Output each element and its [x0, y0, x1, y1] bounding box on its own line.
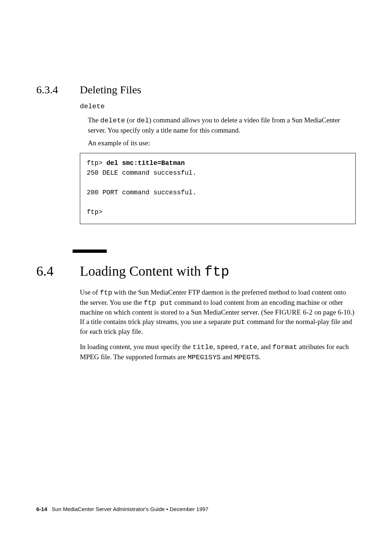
text: In loading content, you must specify the: [80, 343, 192, 351]
section-6-4-body: Use of ftp with the Sun MediaCenter FTP …: [80, 288, 356, 362]
page-number: 6-14: [36, 506, 47, 512]
code-inline: rate: [241, 343, 257, 351]
footer-text: Sun MediaCenter Server Administrator's G…: [52, 506, 209, 512]
prompt: ftp>: [87, 159, 106, 167]
output-line: 200 PORT command successful.: [87, 189, 196, 196]
text: The: [88, 116, 100, 124]
section-number: 6.3.4: [36, 84, 80, 96]
example-intro: An example of its use:: [88, 138, 356, 148]
section-number: 6.4: [36, 263, 80, 279]
section-6-4-heading: 6.4 Loading Content with ftp: [36, 263, 352, 280]
figure-ref: FIGURE 6-2: [275, 308, 313, 316]
code-inline: ftp: [100, 289, 112, 297]
section-6-3-4-body: delete The delete (or del) command allow…: [80, 102, 356, 224]
section-title: Deleting Files: [80, 84, 141, 96]
text: .: [259, 353, 261, 361]
code-inline: title: [192, 343, 213, 351]
title-code: ftp: [204, 264, 229, 280]
text: , and: [257, 343, 273, 351]
code-inline: format: [273, 343, 297, 351]
code-inline: ftp put: [144, 299, 173, 307]
code-inline: put: [233, 318, 245, 326]
command: del smc:title=Batman: [106, 159, 185, 167]
delete-description: The delete (or del) command allows you t…: [88, 116, 356, 135]
code-inline: delete: [100, 117, 125, 125]
prompt: ftp>: [87, 208, 102, 216]
code-inline: del: [136, 117, 149, 125]
code-inline: speed: [217, 343, 237, 351]
output-line: 250 DELE command successful.: [87, 169, 196, 177]
loading-para-1: Use of ftp with the Sun MediaCenter FTP …: [80, 288, 356, 336]
code-inline: MPEG1SYS: [188, 353, 221, 361]
text: Use of: [80, 288, 100, 296]
text: ,: [213, 343, 217, 351]
code-example: ftp> del smc:title=Batman 250 DELE comma…: [80, 153, 356, 224]
text: and: [221, 353, 234, 361]
delete-keyword: delete: [80, 102, 356, 110]
text: ,: [237, 343, 241, 351]
section-title: Loading Content with ftp: [80, 263, 229, 280]
title-text: Loading Content with: [80, 263, 204, 279]
page: 6.3.4 Deleting Files delete The delete (…: [0, 0, 392, 555]
page-footer: 6-14 Sun MediaCenter Server Administrato…: [36, 506, 208, 512]
section-6-3-4-heading: 6.3.4 Deleting Files: [36, 84, 352, 96]
section-divider-rule: [73, 250, 107, 253]
loading-para-2: In loading content, you must specify the…: [80, 342, 356, 362]
code-inline: MPEGTS: [234, 353, 259, 361]
text: (or: [125, 116, 137, 124]
